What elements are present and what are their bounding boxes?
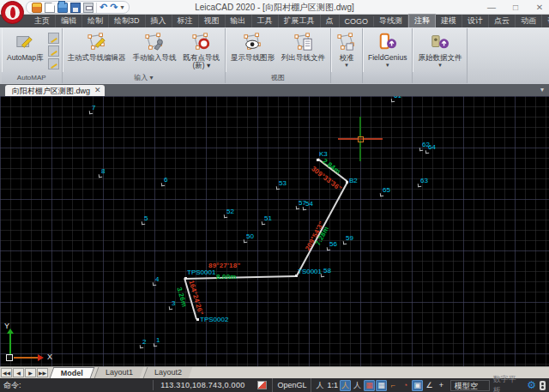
- menu-tab-15[interactable]: 建模: [436, 15, 462, 27]
- automap-small-button-3[interactable]: [48, 58, 59, 69]
- layout-tab-model[interactable]: Model: [50, 367, 95, 378]
- application-window: ↶↷▾ LeicaCAD 2020 - [向阳村棚户区测图.dwg] —□✕ 主…: [0, 0, 549, 392]
- point-label-63: 63: [420, 178, 428, 184]
- ucs-x-axis: [14, 357, 38, 359]
- rawdata-icon: [430, 31, 450, 53]
- close-button[interactable]: ✕: [534, 3, 546, 12]
- point-label-54: 54: [305, 201, 313, 208]
- menu-tab-18[interactable]: 动画: [516, 15, 542, 27]
- ribbon-group-3: 显示导线图形列出导线文件视图: [226, 28, 331, 83]
- menu-tab-6[interactable]: 标注: [172, 15, 199, 27]
- ucs-x-arrow: [38, 354, 44, 361]
- plot-style-icon[interactable]: [257, 381, 268, 389]
- show-traverse-graphic-button-label: 显示导线图形: [231, 53, 274, 62]
- point-label-4: 4: [155, 276, 159, 283]
- ribbon: AutoMap库AutoMAP主动式导线编辑器手动输入导线既有点导线(新) ▾输…: [0, 27, 549, 84]
- station-vertex-K3: [317, 159, 319, 161]
- measurement-angle-1: 89°27'18": [208, 262, 240, 269]
- settings-gear-icon[interactable]: ⚙: [527, 379, 536, 391]
- polar-tracking-icon[interactable]: ◔: [400, 380, 411, 391]
- raw-data-file-button[interactable]: 原始数据文件▾: [415, 30, 464, 69]
- document-close-icon[interactable]: ✕: [94, 86, 101, 96]
- manual-input-traverse-button[interactable]: 手动输入导线: [130, 30, 179, 63]
- coordinates-readout: 113.310,108.743,0.000: [154, 381, 251, 389]
- menu-tab-5[interactable]: 插入: [146, 15, 172, 27]
- station-label-TPS0001: TPS0001: [187, 269, 215, 276]
- point-label-52: 52: [226, 208, 234, 215]
- point-label-64: 64: [428, 144, 436, 151]
- automap-small-button-2[interactable]: [48, 45, 59, 57]
- osnap-icon[interactable]: ▣: [412, 380, 423, 391]
- docbar-chevron-icon[interactable]: ▾: [540, 86, 544, 93]
- opengl-button[interactable]: OpenGL: [272, 378, 311, 392]
- layout-nav-4[interactable]: ▶▶: [37, 368, 48, 377]
- menu-tab-17[interactable]: 点云: [489, 15, 516, 27]
- command-prompt[interactable]: 命令:: [0, 380, 153, 391]
- snap-grid-icon[interactable]: ▦: [376, 380, 387, 391]
- show-traverse-graphic-button[interactable]: 显示导线图形: [228, 30, 277, 63]
- menu-tab-14[interactable]: 注释: [408, 14, 436, 28]
- ribbon-group-body: FieldGenius▾: [363, 28, 412, 72]
- station-label-TS0001: TS0001: [298, 268, 322, 275]
- layout-nav-3[interactable]: ▶: [25, 368, 36, 377]
- ortho-icon[interactable]: ⌐: [388, 380, 399, 391]
- menu-tab-4[interactable]: 绘制3D: [109, 15, 146, 27]
- grid-display-icon[interactable]: ▦: [364, 380, 375, 391]
- layout-tab-label-layout2: Layout2: [154, 367, 182, 378]
- menu-tab-7[interactable]: 视图: [199, 15, 226, 27]
- menu-tab-2[interactable]: 编辑: [56, 15, 82, 27]
- menu-tab-8[interactable]: 输出: [226, 15, 252, 27]
- dyn-input-icon[interactable]: +: [436, 380, 447, 391]
- title-bar: ↶↷▾ LeicaCAD 2020 - [向阳村棚户区测图.dwg] —□✕: [0, 0, 549, 15]
- menu-tab-13[interactable]: 导线测: [374, 15, 408, 27]
- point-label-61: 61: [394, 96, 401, 100]
- maximize-button[interactable]: □: [510, 3, 522, 12]
- drawing-canvas[interactable]: Y X 786535255150432161626463655754595658…: [0, 96, 549, 366]
- fieldgenius-button[interactable]: FieldGenius▾: [365, 30, 409, 69]
- point-label-1: 1: [156, 337, 160, 344]
- annotation-scale-label[interactable]: 1:1: [326, 380, 339, 391]
- model-space-button[interactable]: 模型空间: [450, 380, 490, 391]
- menu-tab-3[interactable]: 绘制: [82, 15, 109, 27]
- automap-icon: [15, 31, 35, 53]
- ribbon-group-1: AutoMap库AutoMAP: [2, 28, 63, 83]
- automap-small-button-1[interactable]: [48, 33, 59, 44]
- annotation-visibility-icon[interactable]: 人: [340, 380, 351, 391]
- point-label-3: 3: [172, 300, 175, 307]
- document-tab[interactable]: 向阳村棚户区测图.dwg ✕: [5, 85, 105, 96]
- crosshair-pickbox: [358, 136, 364, 142]
- annotation-auto-icon[interactable]: 人: [352, 380, 363, 391]
- existing-point-traverse-button[interactable]: 既有点导线(新) ▾: [181, 30, 223, 70]
- ribbon-group-2: 主动式导线编辑器手动输入导线既有点导线(新) ▾输入 ▾: [63, 28, 226, 83]
- menu-tab-11[interactable]: 点: [321, 15, 340, 27]
- layout-nav-2[interactable]: ◀: [13, 368, 24, 377]
- point-label-5: 5: [144, 215, 148, 222]
- point-label-58: 58: [323, 268, 331, 274]
- layout-tab-layout1[interactable]: Layout1: [94, 367, 144, 378]
- menu-tab-12[interactable]: COGO: [340, 16, 375, 27]
- list-traverse-file-button[interactable]: 列出导线文件: [279, 30, 328, 63]
- app-logo-icon[interactable]: [1, 1, 24, 24]
- menu-tab-1[interactable]: 主页: [29, 15, 56, 27]
- active-traverse-editor-button[interactable]: 主动式导线编辑器: [65, 30, 129, 63]
- menu-tab-9[interactable]: 工具: [252, 15, 279, 27]
- document-tab-label: 向阳村棚户区测图.dwg: [12, 86, 90, 96]
- calibrate-button-dropdown-icon: ▾: [345, 62, 348, 68]
- otrack-icon[interactable]: ∠: [424, 380, 435, 391]
- layout-tab-layout2[interactable]: Layout2: [143, 367, 193, 378]
- app-logo-drop: [10, 7, 15, 18]
- digitizer-button[interactable]: 数字平板: [490, 374, 528, 392]
- minimize-button[interactable]: —: [486, 3, 498, 12]
- menu-tab-10[interactable]: 扩展工具: [279, 15, 321, 27]
- automap-library-button[interactable]: AutoMap库: [4, 30, 46, 63]
- ribbon-group-caption-6: [413, 72, 467, 83]
- menu-tab-16[interactable]: 设计: [462, 15, 489, 27]
- layout-tab-bar: ◀◀◀▶▶▶ModelLayout1Layout2: [0, 366, 549, 378]
- point-label-2: 2: [142, 339, 146, 346]
- station-vertex-TPS0001: [184, 277, 187, 280]
- menu-tab-19[interactable]: 帮助: [542, 15, 549, 27]
- user-mini-icon[interactable]: [540, 381, 546, 390]
- calibrate-button[interactable]: 校准▾: [334, 30, 359, 69]
- layout-nav-1[interactable]: ◀◀: [1, 368, 12, 377]
- annotation-person-icon[interactable]: 人: [314, 380, 325, 391]
